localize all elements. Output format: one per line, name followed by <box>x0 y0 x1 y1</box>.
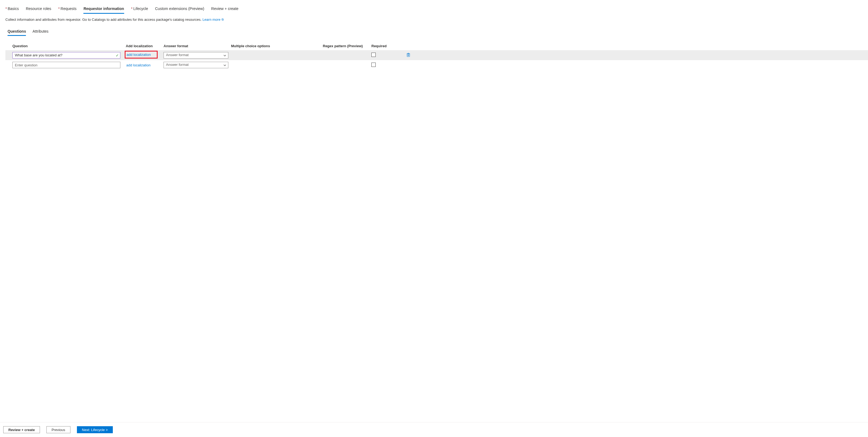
table-header: Question Add localization Answer format … <box>12 42 860 50</box>
tab-basics[interactable]: *Basics <box>5 6 19 14</box>
required-checkbox[interactable] <box>371 53 376 57</box>
tab-resource-roles[interactable]: Resource roles <box>26 6 51 14</box>
answer-format-select[interactable]: Answer format <box>163 62 228 68</box>
table-row: ✓ add localization Answer format <box>5 50 868 60</box>
required-asterisk: * <box>131 6 132 11</box>
next-button[interactable]: Next: Lifecycle > <box>77 426 113 433</box>
add-localization-link[interactable]: add localization <box>125 51 158 59</box>
subtab-attributes[interactable]: Attributes <box>32 29 48 36</box>
answer-format-select[interactable]: Answer format <box>163 52 228 59</box>
question-input[interactable] <box>12 52 120 59</box>
col-regex: Regex pattern (Preview) <box>323 44 371 48</box>
previous-button[interactable]: Previous <box>46 426 70 433</box>
tab-lifecycle[interactable]: *Lifecycle <box>131 6 148 14</box>
tab-requestor-information[interactable]: Requestor information <box>84 6 124 14</box>
col-answer-format: Answer format <box>163 44 231 48</box>
tab-custom-extensions[interactable]: Custom extensions (Preview) <box>155 6 204 14</box>
col-question: Question <box>12 44 126 48</box>
question-input[interactable] <box>12 62 120 68</box>
delete-icon[interactable] <box>406 53 410 58</box>
questions-table: Question Add localization Answer format … <box>12 42 860 70</box>
wizard-footer: Review + create Previous Next: Lifecycle… <box>0 422 868 437</box>
tab-review-create[interactable]: Review + create <box>211 6 239 14</box>
tab-requests[interactable]: *Requests <box>58 6 76 14</box>
table-row: add localization Answer format <box>12 60 860 70</box>
required-checkbox[interactable] <box>371 63 376 67</box>
review-create-button[interactable]: Review + create <box>3 426 40 433</box>
external-link-icon: ⧉ <box>222 18 224 21</box>
required-asterisk: * <box>58 6 60 11</box>
wizard-tabs: *Basics Resource roles *Requests Request… <box>5 6 863 14</box>
sub-tabs: Questions Attributes <box>7 29 863 36</box>
col-add-localization: Add localization <box>126 44 163 48</box>
add-localization-link[interactable]: add localization <box>126 63 151 67</box>
learn-more-link[interactable]: Learn more⧉ <box>203 18 223 22</box>
subtab-questions[interactable]: Questions <box>7 29 26 36</box>
col-multiple-choice: Multiple choice options <box>231 44 323 48</box>
required-asterisk: * <box>5 6 7 11</box>
page-description: Collect information and attributes from … <box>5 18 863 22</box>
col-required: Required <box>371 44 406 48</box>
